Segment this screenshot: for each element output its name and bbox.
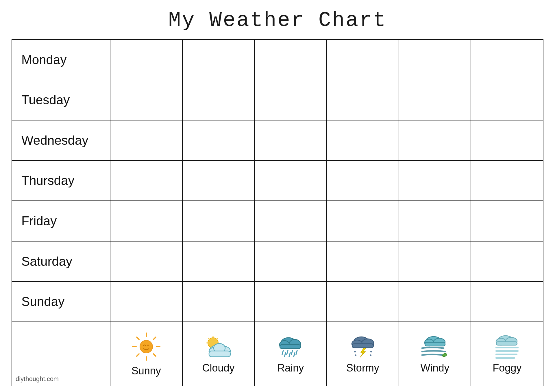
cell-monday-6[interactable] <box>471 40 543 80</box>
cell-tuesday-2[interactable] <box>183 80 255 120</box>
cell-wednesday-3[interactable] <box>255 120 327 160</box>
cell-sunday-1[interactable] <box>110 282 183 322</box>
icon-cell-rainy: Rainy <box>255 322 327 386</box>
cell-tuesday-4[interactable] <box>327 80 399 120</box>
cell-sunday-6[interactable] <box>471 282 543 322</box>
cell-monday-5[interactable] <box>399 40 471 80</box>
row-monday: Monday <box>12 40 543 80</box>
day-label-thursday: Thursday <box>12 161 110 201</box>
cell-monday-4[interactable] <box>327 40 399 80</box>
svg-line-25 <box>291 350 293 354</box>
cell-wednesday-4[interactable] <box>327 120 399 160</box>
cell-friday-5[interactable] <box>399 201 471 241</box>
svg-line-7 <box>137 354 139 356</box>
icon-cell-foggy: Foggy <box>471 322 543 386</box>
svg-line-29 <box>294 353 295 357</box>
cell-wednesday-5[interactable] <box>399 120 471 160</box>
cloudy-label: Cloudy <box>202 362 234 374</box>
cell-thursday-6[interactable] <box>471 161 543 201</box>
weather-chart: Monday Tuesday Wednesday Thursday Fr <box>12 39 543 386</box>
cell-wednesday-1[interactable] <box>110 120 183 160</box>
svg-marker-34 <box>360 348 366 357</box>
cell-friday-2[interactable] <box>183 201 255 241</box>
cell-saturday-2[interactable] <box>183 241 255 281</box>
cell-friday-6[interactable] <box>471 201 543 241</box>
svg-line-13 <box>217 338 218 339</box>
svg-rect-42 <box>425 342 445 346</box>
svg-rect-47 <box>496 342 517 345</box>
day-label-wednesday: Wednesday <box>12 120 110 160</box>
icon-cell-windy: Windy <box>399 322 471 386</box>
cell-monday-3[interactable] <box>255 40 327 80</box>
svg-point-43 <box>442 353 447 357</box>
cell-thursday-2[interactable] <box>183 161 255 201</box>
cell-monday-1[interactable] <box>110 40 183 80</box>
legend-row: diythought.com Sunny <box>12 322 543 386</box>
cell-friday-4[interactable] <box>327 201 399 241</box>
svg-point-8 <box>140 340 153 353</box>
cell-tuesday-6[interactable] <box>471 80 543 120</box>
svg-line-24 <box>287 350 288 354</box>
cell-monday-2[interactable] <box>183 40 255 80</box>
cell-saturday-5[interactable] <box>399 241 471 281</box>
sunny-icon <box>130 331 162 363</box>
cell-wednesday-2[interactable] <box>183 120 255 160</box>
cell-saturday-6[interactable] <box>471 241 543 281</box>
svg-line-26 <box>296 350 297 354</box>
row-wednesday: Wednesday <box>12 120 543 161</box>
icon-cell-cloudy: Cloudy <box>183 322 255 386</box>
icon-cell-sunny: Sunny <box>110 322 183 386</box>
foggy-icon <box>491 334 523 360</box>
svg-line-6 <box>153 337 156 339</box>
cell-friday-3[interactable] <box>255 201 327 241</box>
stormy-label: Stormy <box>346 362 379 374</box>
svg-line-27 <box>284 353 286 357</box>
cloudy-icon <box>203 334 234 360</box>
row-tuesday: Tuesday <box>12 80 543 121</box>
cell-tuesday-5[interactable] <box>399 80 471 120</box>
svg-point-35 <box>354 351 356 352</box>
cell-saturday-1[interactable] <box>110 241 183 281</box>
svg-line-28 <box>289 353 290 357</box>
row-friday: Friday <box>12 201 543 241</box>
cell-saturday-4[interactable] <box>327 241 399 281</box>
svg-point-38 <box>370 354 371 356</box>
svg-line-4 <box>137 337 139 339</box>
rainy-label: Rainy <box>277 362 304 374</box>
svg-point-37 <box>355 354 356 356</box>
cell-sunday-4[interactable] <box>327 282 399 322</box>
row-sunday: Sunday <box>12 282 543 322</box>
cell-sunday-5[interactable] <box>399 282 471 322</box>
svg-rect-33 <box>352 344 373 348</box>
cell-thursday-4[interactable] <box>327 161 399 201</box>
svg-line-5 <box>153 354 156 356</box>
stormy-icon <box>347 334 379 360</box>
cell-thursday-5[interactable] <box>399 161 471 201</box>
cell-tuesday-1[interactable] <box>110 80 183 120</box>
page-title: My Weather Chart <box>168 9 386 32</box>
cell-saturday-3[interactable] <box>255 241 327 281</box>
rainy-icon <box>275 334 306 360</box>
icon-cell-stormy: Stormy <box>327 322 399 386</box>
cell-thursday-3[interactable] <box>255 161 327 201</box>
foggy-label: Foggy <box>493 362 521 374</box>
svg-rect-18 <box>209 351 230 357</box>
svg-line-12 <box>208 338 210 339</box>
cell-thursday-1[interactable] <box>110 161 183 201</box>
row-thursday: Thursday <box>12 161 543 201</box>
cell-sunday-3[interactable] <box>255 282 327 322</box>
cell-sunday-2[interactable] <box>183 282 255 322</box>
svg-point-36 <box>370 351 372 352</box>
cell-friday-1[interactable] <box>110 201 183 241</box>
svg-line-23 <box>282 350 283 354</box>
windy-label: Windy <box>421 362 449 374</box>
cell-wednesday-6[interactable] <box>471 120 543 160</box>
day-label-tuesday: Tuesday <box>12 80 110 120</box>
day-label-friday: Friday <box>12 201 110 241</box>
footer-credit: diythought.com <box>12 322 110 386</box>
svg-rect-22 <box>280 345 301 349</box>
day-label-saturday: Saturday <box>12 241 110 281</box>
cell-tuesday-3[interactable] <box>255 80 327 120</box>
windy-icon <box>419 334 451 360</box>
day-label-monday: Monday <box>12 40 110 80</box>
